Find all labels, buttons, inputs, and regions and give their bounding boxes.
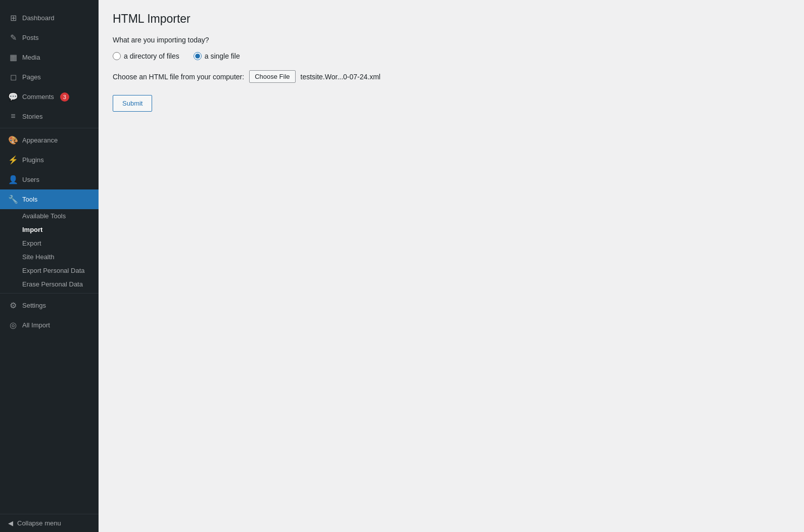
tools-submenu: Available Tools Import Export Site Healt…	[0, 209, 99, 291]
main-content: HTML Importer What are you importing tod…	[99, 0, 804, 532]
sidebar-item-label: Posts	[22, 34, 39, 41]
radio-directory[interactable]	[113, 52, 121, 60]
submenu-export-personal-data[interactable]: Export Personal Data	[0, 264, 99, 277]
comments-icon: 💬	[8, 92, 18, 102]
sidebar-item-appearance[interactable]: 🎨 Appearance	[0, 130, 99, 150]
submenu-import[interactable]: Import	[0, 223, 99, 236]
sidebar-nav: ⊞ Dashboard ✎ Posts ▦ Media ◻ Pages 💬 Co…	[0, 8, 99, 335]
option-directory[interactable]: a directory of files	[113, 52, 179, 60]
stories-icon: ≡	[8, 112, 18, 121]
sidebar-item-users[interactable]: 👤 Users	[0, 170, 99, 189]
sidebar-item-label: Stories	[22, 113, 42, 120]
file-input-row: Choose an HTML file from your computer: …	[113, 70, 790, 83]
sidebar-item-posts[interactable]: ✎ Posts	[0, 28, 99, 47]
collapse-icon: ◀	[8, 519, 13, 527]
sidebar-item-comments[interactable]: 💬 Comments 3	[0, 87, 99, 107]
collapse-label: Collapse menu	[17, 519, 61, 527]
sidebar-item-label: Media	[22, 54, 40, 61]
divider-2	[0, 293, 99, 294]
sidebar-item-stories[interactable]: ≡ Stories	[0, 107, 99, 126]
submenu-site-health[interactable]: Site Health	[0, 250, 99, 264]
comments-badge: 3	[60, 92, 69, 102]
all-import-icon: ◎	[8, 320, 18, 330]
choose-file-button[interactable]: Choose File	[249, 70, 295, 83]
sidebar-item-label: Settings	[22, 302, 46, 309]
file-input-label: Choose an HTML file from your computer:	[113, 73, 244, 81]
submenu-erase-personal-data[interactable]: Erase Personal Data	[0, 277, 99, 291]
sidebar-item-label: Dashboard	[22, 14, 55, 22]
sidebar-item-label: Users	[22, 176, 39, 183]
sidebar-header	[0, 0, 99, 8]
radio-single[interactable]	[194, 52, 202, 60]
sidebar-item-label: All Import	[22, 321, 50, 329]
submit-button[interactable]: Submit	[113, 95, 152, 112]
sidebar-item-media[interactable]: ▦ Media	[0, 47, 99, 67]
sidebar-item-tools[interactable]: 🔧 Tools	[0, 189, 99, 209]
sidebar-item-plugins[interactable]: ⚡ Plugins	[0, 150, 99, 170]
submenu-export[interactable]: Export	[0, 236, 99, 250]
appearance-icon: 🎨	[8, 135, 18, 145]
option-single-label: a single file	[205, 52, 240, 60]
sidebar-item-label: Tools	[22, 196, 37, 203]
sidebar-item-label: Comments	[22, 93, 54, 101]
dashboard-icon: ⊞	[8, 13, 18, 23]
selected-file-name: testsite.Wor...0-07-24.xml	[301, 73, 381, 81]
divider-1	[0, 128, 99, 128]
pages-icon: ◻	[8, 72, 18, 82]
sidebar-item-settings[interactable]: ⚙ Settings	[0, 296, 99, 315]
option-directory-label: a directory of files	[124, 52, 179, 60]
sidebar-item-dashboard[interactable]: ⊞ Dashboard	[0, 8, 99, 28]
collapse-menu-button[interactable]: ◀ Collapse menu	[0, 514, 99, 532]
plugins-icon: ⚡	[8, 155, 18, 165]
import-form: What are you importing today? a director…	[113, 36, 790, 112]
tools-icon: 🔧	[8, 195, 18, 204]
sidebar-item-all-import[interactable]: ◎ All Import	[0, 315, 99, 335]
page-title: HTML Importer	[113, 12, 790, 26]
sidebar-item-label: Appearance	[22, 136, 58, 144]
settings-icon: ⚙	[8, 301, 18, 310]
sidebar-item-label: Plugins	[22, 156, 44, 164]
import-options: a directory of files a single file	[113, 52, 790, 60]
users-icon: 👤	[8, 175, 18, 184]
sidebar-item-label: Pages	[22, 73, 41, 81]
posts-icon: ✎	[8, 33, 18, 42]
option-single[interactable]: a single file	[194, 52, 240, 60]
sidebar: ⊞ Dashboard ✎ Posts ▦ Media ◻ Pages 💬 Co…	[0, 0, 99, 532]
media-icon: ▦	[8, 53, 18, 62]
submenu-available-tools[interactable]: Available Tools	[0, 209, 99, 223]
sidebar-item-pages[interactable]: ◻ Pages	[0, 67, 99, 87]
import-question: What are you importing today?	[113, 36, 790, 44]
